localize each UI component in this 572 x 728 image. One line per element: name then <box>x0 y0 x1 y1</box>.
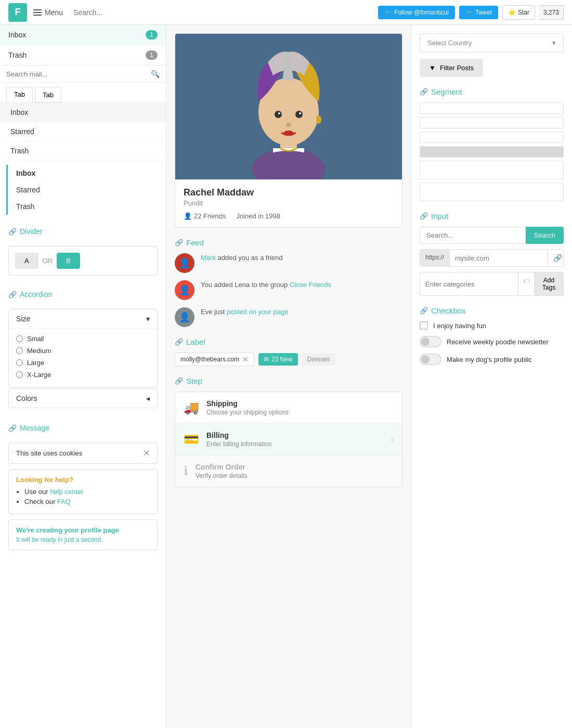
billing-icon: 💳 <box>184 432 199 447</box>
github-icon: ⭐ <box>508 9 516 16</box>
nav-item-trash-2[interactable]: Trash <box>8 198 160 215</box>
label-section: 🔗 Label molly@thebears.com ✕ ✉ 23 New Dr… <box>175 337 402 366</box>
trash-badge: 1 <box>146 50 158 60</box>
seg-bar-2 <box>420 117 564 128</box>
step-shipping[interactable]: 🚚 Shipping Choose your shipping options <box>175 392 402 424</box>
nav-item-trash-1[interactable]: Trash <box>0 141 166 161</box>
btn-a[interactable]: A <box>15 253 38 269</box>
mail-icon: ✉ <box>264 356 269 363</box>
tab-2[interactable]: Tab <box>35 87 61 102</box>
posted-link[interactable]: posted on your page <box>227 308 289 316</box>
link-icon-url: 🔗 <box>548 250 564 266</box>
nav-search-input[interactable] <box>69 6 372 19</box>
inbox-badge: 1 <box>146 30 158 40</box>
help-title: Looking for help? <box>16 476 150 484</box>
step-header: 🔗 Step <box>175 376 402 385</box>
inbox-item[interactable]: Inbox 1 <box>0 25 166 45</box>
nav-list-1: Inbox Starred Trash <box>0 103 166 161</box>
add-tags-button[interactable]: Add Tags <box>534 272 563 295</box>
search-icon: 🔍 <box>151 70 160 78</box>
star-button[interactable]: ⭐ Star <box>502 5 535 20</box>
filter-posts-button[interactable]: ▼ Filter Posts <box>420 59 483 77</box>
accordion-colors-header[interactable]: Colors ◂ <box>9 389 157 408</box>
faq-link[interactable]: FAQ <box>57 498 71 505</box>
email-tag: molly@thebears.com ✕ <box>175 353 254 366</box>
badge-new: ✉ 23 New <box>258 353 298 366</box>
segment-bars <box>420 102 564 201</box>
feed-header: 🔗 Feed <box>175 238 402 247</box>
segment-section: 🔗 Segment <box>420 87 564 201</box>
select-country[interactable]: Select Country ▾ <box>420 33 564 53</box>
size-xlarge[interactable]: X-Large <box>16 369 150 381</box>
trash-item[interactable]: Trash 1 <box>0 45 166 66</box>
feed-user-link-1[interactable]: Mark <box>201 254 216 262</box>
profile-name: Rachel Maddaw <box>184 187 394 198</box>
feed-item-1: 👤 Mark added you as a friend <box>175 253 402 273</box>
nav-right: 🐦 Follow @fomanticui 🐦 Tweet ⭐ Star 3,27… <box>378 5 564 20</box>
seg-bar-3 <box>420 132 564 143</box>
seg-bar-5 <box>420 161 564 179</box>
url-row: https:// 🔗 <box>420 249 564 267</box>
size-small[interactable]: Small <box>16 333 150 345</box>
step-billing[interactable]: 💳 Billing Enter billing information › <box>175 424 402 456</box>
svg-point-9 <box>299 112 301 114</box>
message-section: This site uses cookies ✕ Looking for hel… <box>0 436 166 556</box>
search-button[interactable]: Search <box>526 227 564 244</box>
segment-header: 🔗 Segment <box>420 87 564 96</box>
help-item-2: Check our FAQ <box>24 498 150 505</box>
feed-text-2: You added Lena to the group Close Friend… <box>201 280 331 290</box>
feed-avatar-3: 👤 <box>175 307 194 327</box>
tab-1[interactable]: Tab <box>6 87 33 102</box>
search-mail-container: 🔍 <box>0 66 166 83</box>
checkbox-item-3: Make my dog's profile public <box>420 354 564 365</box>
svg-point-7 <box>278 112 280 114</box>
follow-button[interactable]: 🐦 Follow @fomanticui <box>378 6 455 19</box>
url-input[interactable] <box>450 250 548 266</box>
toggle-3[interactable] <box>420 354 441 365</box>
search-input[interactable] <box>420 227 526 244</box>
email-tag-close[interactable]: ✕ <box>242 355 249 363</box>
chevron-right-icon: › <box>391 434 394 445</box>
size-medium[interactable]: Medium <box>16 345 150 357</box>
btn-b[interactable]: B <box>57 253 80 269</box>
svg-point-11 <box>283 131 294 136</box>
checkbox-item-2: Receive weekly poodle newsletter <box>420 336 564 347</box>
nav-item-inbox-1[interactable]: Inbox <box>0 103 166 122</box>
nav-item-starred-1[interactable]: Starred <box>0 122 166 141</box>
svg-point-10 <box>286 123 291 127</box>
accordion-size: Size ▾ Small Medium Large X-Large <box>8 309 158 387</box>
menu-button[interactable]: Menu <box>33 8 63 17</box>
tags-input[interactable] <box>420 272 518 295</box>
or-text: OR <box>43 257 53 265</box>
link-icon-checkbox: 🔗 <box>420 307 428 315</box>
right-column: Select Country ▾ ▼ Filter Posts 🔗 Segmen… <box>411 25 572 728</box>
step-shipping-info: Shipping Choose your shipping options <box>206 399 289 416</box>
toast-close-button[interactable]: ✕ <box>143 448 150 458</box>
size-radio-group: Small Medium Large X-Large <box>16 333 150 381</box>
nav-item-inbox-2[interactable]: Inbox <box>8 165 160 181</box>
friends-meta: 👤 22 Friends <box>184 212 226 220</box>
nav-item-starred-2[interactable]: Starred <box>8 181 160 198</box>
profile-card: Rachel Maddaw Pundit 👤 22 Friends Joined… <box>175 33 402 228</box>
accordion-size-header[interactable]: Size ▾ <box>9 309 157 328</box>
chevron-down-icon-country: ▾ <box>552 39 556 47</box>
step-card: 🚚 Shipping Choose your shipping options … <box>175 392 402 487</box>
size-large[interactable]: Large <box>16 357 150 369</box>
link-icon-step: 🔗 <box>175 377 183 385</box>
top-nav: F Menu 🐦 Follow @fomanticui 🐦 Tweet ⭐ St… <box>0 0 572 25</box>
close-friends-link[interactable]: Close Friends <box>290 281 331 289</box>
svg-point-8 <box>295 111 303 118</box>
checkbox-item-1: I enjoy having fun <box>420 321 564 330</box>
link-icon-accordion: 🔗 <box>8 291 17 298</box>
tabs-container: Tab Tab <box>0 83 166 103</box>
toggle-2[interactable] <box>420 336 441 347</box>
seg-bar-6 <box>420 183 564 201</box>
tweet-button[interactable]: 🐦 Tweet <box>459 6 498 19</box>
checkbox-1[interactable] <box>420 321 428 330</box>
help-center-link[interactable]: help center <box>50 488 83 496</box>
message-section-label: 🔗 Message <box>0 415 166 436</box>
step-confirm-info: Confirm Order Verify order details <box>196 463 247 479</box>
accordion-size-body: Small Medium Large X-Large <box>9 328 157 387</box>
search-mail-input[interactable] <box>6 70 151 78</box>
checkbox-section: 🔗 Checkbox I enjoy having fun Receive we… <box>420 306 564 365</box>
